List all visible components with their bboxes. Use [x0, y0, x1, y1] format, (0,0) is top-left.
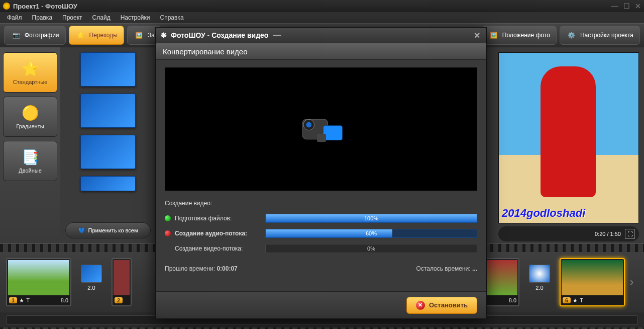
slide-info-bar: 6 ★ T: [561, 295, 624, 305]
tab-photos[interactable]: 📷 Фотографии: [4, 26, 66, 45]
photo-position-button[interactable]: 🖼️ Положение фото: [482, 26, 557, 45]
star-icon: ⭐: [22, 60, 39, 77]
svg-rect-3: [323, 125, 342, 140]
transition-duration: 2.0: [535, 285, 543, 291]
transitions-sidebar: ⭐ Стандартные 🟡 Градиенты 📑 Двойные: [0, 47, 60, 243]
preview-image: 2014godloshadi: [498, 52, 639, 223]
tab-transitions[interactable]: ⭐ Переходы: [69, 26, 124, 45]
image-icon: 🖼️: [134, 30, 145, 41]
transitions-list: 💙 Применить ко всем: [60, 47, 156, 243]
fullscreen-icon[interactable]: ⛶: [625, 229, 635, 239]
pages-icon: 📑: [22, 149, 39, 166]
stop-button[interactable]: ✕ Остановить: [406, 297, 477, 314]
step3-progress: 0%: [265, 244, 477, 253]
step2-label: Создание аудио-потока:: [175, 230, 247, 237]
slide-number: 1: [9, 297, 17, 303]
transition-thumb-small: [81, 265, 102, 283]
progress-heading: Создание видео:: [165, 200, 477, 207]
dialog-footer: ✕ Остановить: [156, 291, 486, 318]
slide-number: 6: [563, 297, 571, 303]
dialog-close-icon[interactable]: ✕: [472, 31, 481, 40]
tab-transitions-label: Переходы: [89, 32, 118, 39]
apply-all-button[interactable]: 💙 Применить ко всем: [65, 222, 151, 238]
menu-file[interactable]: Файл: [2, 13, 27, 23]
window-titlebar: Проект1 - ФотоШОУ — ☐ ✕: [0, 0, 644, 12]
minimize-icon[interactable]: —: [611, 2, 618, 10]
transition-thumb[interactable]: [80, 176, 136, 191]
menu-project[interactable]: Проект: [57, 13, 87, 23]
timeline-next-icon[interactable]: ›: [630, 276, 638, 289]
slide-duration: 8.0: [61, 297, 68, 303]
slide-thumb: [114, 260, 130, 295]
transition-thumb[interactable]: [80, 94, 136, 128]
slide-info-bar: 1 ★ T 8.0: [7, 295, 70, 305]
transition-slot[interactable]: 2.0: [76, 265, 106, 300]
close-icon[interactable]: ✕: [635, 2, 641, 10]
svg-rect-4: [317, 134, 326, 142]
sidebar-gradients-label: Градиенты: [16, 123, 44, 129]
timeline-slide[interactable]: 1 ★ T 8.0: [6, 258, 71, 306]
slide-number: 2: [115, 297, 123, 303]
sidebar-standard-label: Стандартные: [13, 79, 48, 85]
santa-figure: [541, 66, 596, 197]
text-small-icon[interactable]: T: [26, 297, 30, 303]
sidebar-standard[interactable]: ⭐ Стандартные: [3, 52, 57, 93]
window-title: Проект1 - ФотоШОУ: [13, 3, 77, 10]
star-small-icon[interactable]: ★: [573, 297, 578, 304]
transition-duration: 2.0: [87, 285, 95, 291]
stop-label: Остановить: [429, 301, 468, 309]
spinner-icon: ❋: [161, 31, 167, 39]
step1-pct: 100%: [266, 214, 477, 222]
step1-progress: 100%: [265, 214, 477, 223]
heart-icon: 💙: [78, 227, 85, 234]
menu-settings[interactable]: Настройки: [116, 13, 155, 23]
project-settings-label: Настройки проекта: [580, 32, 633, 39]
elapsed-time: Прошло времени: 0:00:07: [165, 265, 238, 272]
sphere-icon: 🟡: [22, 105, 39, 121]
slide-thumb: [562, 260, 623, 295]
project-settings-button[interactable]: ⚙️ Настройки проекта: [560, 26, 640, 45]
app-logo-icon: [3, 3, 10, 10]
maximize-icon[interactable]: ☐: [623, 2, 630, 10]
active-dot-icon: [165, 230, 171, 236]
camcorder-icon: [294, 107, 349, 152]
timeline-slide[interactable]: 2: [112, 258, 132, 306]
menu-slide[interactable]: Слайд: [87, 13, 116, 23]
stop-icon: ✕: [416, 301, 425, 310]
transition-thumb-small: [529, 265, 550, 283]
text-small-icon[interactable]: T: [580, 297, 583, 303]
step2-pct: 60%: [266, 229, 477, 237]
playback-strip: 0:20 / 1:50 ⛶: [498, 226, 639, 241]
sidebar-doubles-label: Двойные: [19, 168, 42, 174]
dialog-body: Создание видео: Подготовка файлов: 100% …: [156, 60, 486, 291]
menu-edit[interactable]: Правка: [27, 13, 58, 23]
transition-slot[interactable]: 2.0: [524, 265, 555, 300]
playback-time: 0:20 / 1:50: [595, 231, 621, 237]
transition-thumb[interactable]: [80, 52, 136, 87]
preview-watermark: 2014godloshadi: [502, 207, 585, 220]
slide-info-bar: 2: [113, 295, 131, 305]
slide-duration: 8.0: [509, 297, 516, 303]
tab-photos-label: Фотографии: [25, 32, 59, 39]
transition-thumb[interactable]: [80, 135, 136, 169]
menu-help[interactable]: Справка: [155, 13, 188, 23]
camera-icon: 📷: [11, 30, 22, 41]
svg-point-2: [306, 122, 311, 127]
sidebar-gradients[interactable]: 🟡 Градиенты: [3, 97, 57, 137]
tab-titles-label: За: [148, 32, 155, 39]
step3-pct: 0%: [266, 244, 477, 253]
menu-bar: Файл Правка Проект Слайд Настройки Справ…: [0, 12, 644, 23]
apply-all-label: Применить ко всем: [88, 227, 138, 233]
remaining-time: Осталось времени: ...: [416, 265, 477, 272]
dialog-subtitle: Конвертирование видео: [156, 43, 486, 60]
step2-progress: 60%: [265, 229, 477, 238]
star-small-icon[interactable]: ★: [19, 297, 24, 304]
sidebar-doubles[interactable]: 📑 Двойные: [3, 141, 57, 181]
dialog-minimize-icon[interactable]: —: [272, 31, 281, 40]
timeline-slide[interactable]: 6 ★ T: [560, 258, 625, 306]
step3-label: Создание видео-потока:: [175, 245, 243, 252]
dialog-titlebar[interactable]: ❋ ФотоШОУ - Создание видео — ✕: [156, 28, 486, 43]
check-icon: [165, 215, 171, 221]
export-dialog: ❋ ФотоШОУ - Создание видео — ✕ Конвертир…: [155, 27, 487, 319]
star-icon: ⭐: [75, 30, 86, 41]
